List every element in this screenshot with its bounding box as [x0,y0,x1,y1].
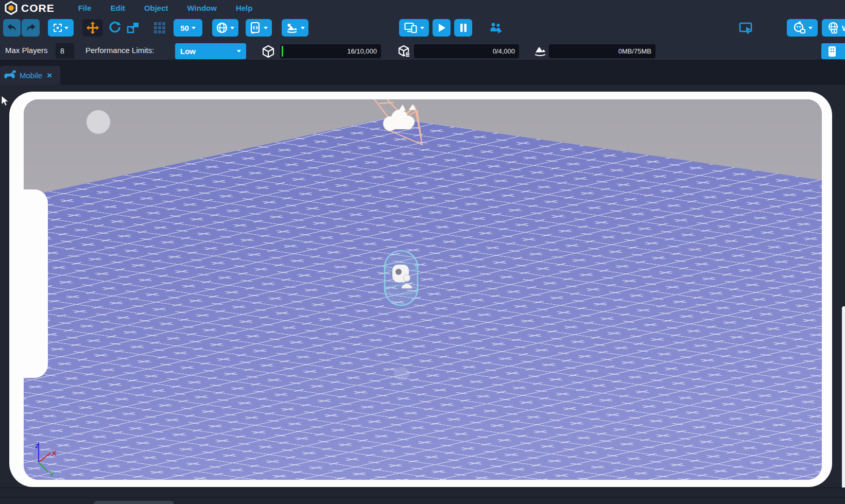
undo-icon [6,23,18,33]
viewport-tab-strip: Mobile × [0,60,845,85]
scene-gamepad-icon [4,71,16,81]
performance-limits-label: Performance Limits: [85,46,154,55]
pause-button[interactable] [454,19,472,37]
undo-button[interactable] [3,19,21,37]
mobile-device-frame: Z X Y [9,92,832,487]
device-notch [24,189,48,378]
chevron-down-icon [192,27,196,29]
networked-objects-meter: 0/4,000 [414,44,519,58]
rotate-tool-button[interactable] [107,19,123,37]
performance-bar: Max Players 8 Performance Limits: Low 16… [0,42,845,60]
chevron-down-icon [808,27,813,29]
scale-tool-button[interactable] [125,19,142,37]
publish-button-label: W [842,24,845,32]
terrain-memory-meter: 0MB/75MB [549,44,656,58]
move-tool-icon [86,21,99,34]
camera-punch-hole [87,110,110,134]
right-docked-panel-edge [842,306,845,504]
terrain-dropdown[interactable] [282,19,308,37]
grid-snap-icon [153,22,166,34]
publish-button[interactable]: W [822,19,845,37]
bottom-seam [0,497,845,498]
cutoff-side-button[interactable] [821,43,845,59]
core-logo[interactable]: CORE [4,1,55,15]
object-count-cube-icon [262,45,275,58]
object-count-meter-fill [282,46,283,57]
scene-render[interactable]: Z X Y [24,99,822,480]
max-players-label: Max Players [5,46,48,55]
device-icon [826,45,838,58]
terrain-memory-value: 0MB/75MB [618,47,651,55]
grid-snap-button[interactable] [152,19,167,37]
chevron-down-icon [420,27,424,29]
select-tool-dropdown[interactable] [48,19,74,37]
axis-z-label: Z [35,442,39,450]
player-spawn-capsule[interactable] [385,251,418,305]
play-icon [437,23,446,33]
device-preview-dropdown[interactable] [399,19,429,37]
pause-icon [459,23,468,33]
core-hexagon-icon [4,1,18,15]
bottom-panel-handle[interactable] [94,501,174,504]
axis-x-label: X [52,449,57,457]
rotate-tool-icon [108,21,122,34]
screen-share-icon [739,22,753,34]
max-players-input[interactable]: 8 [56,43,74,59]
script-icon [250,22,261,34]
menu-bar: CORE File Edit Object Window Help [0,0,845,16]
redo-icon [25,23,37,33]
object-count-meter: 16/10,000 [280,44,381,58]
chevron-down-icon [230,27,234,29]
main-toolbar: 50 [0,16,845,40]
chevron-down-icon [301,27,305,29]
bottom-strip [0,488,845,504]
redo-button[interactable] [22,19,40,37]
menu-file[interactable]: File [78,4,92,12]
move-tool-button[interactable] [82,19,103,37]
multiplayer-preview-icon [489,22,503,34]
ai-bot-icon [792,21,806,34]
globe-icon [216,22,228,33]
menu-window[interactable]: Window [187,4,217,12]
scale-tool-icon [127,22,140,34]
3d-viewport[interactable]: Z X Y [0,85,845,488]
select-tool-icon [54,24,62,32]
menu-help[interactable]: Help [236,4,253,12]
core-editor-window: CORE File Edit Object Window Help [0,0,845,504]
screen-share-button[interactable] [737,19,755,37]
max-players-value: 8 [60,47,64,55]
networked-objects-value: 0/4,000 [493,47,515,55]
object-count-value: 16/10,000 [347,47,377,55]
multiplayer-preview-button[interactable] [487,19,505,37]
mobile-screen-scene[interactable]: Z X Y [24,99,822,480]
publish-globe-icon [827,22,839,34]
device-preview-icon [404,22,418,33]
axis-y-label: Y [49,471,54,478]
tab-close-icon[interactable]: × [47,71,52,81]
performance-limits-select[interactable]: Low [175,43,246,59]
play-button[interactable] [433,19,451,37]
script-dropdown[interactable] [246,19,272,37]
chevron-down-icon [264,27,268,29]
chevron-down-icon [237,50,241,53]
mouse-cursor [1,95,9,108]
menu-object[interactable]: Object [144,4,168,12]
menu-edit[interactable]: Edit [111,4,125,12]
terrain-memory-icon [533,45,547,57]
performance-limits-value: Low [180,47,196,56]
snap-step-dropdown[interactable]: 50 [174,19,202,37]
snap-step-value: 50 [180,24,189,32]
tab-mobile[interactable]: Mobile × [0,66,60,85]
tab-mobile-label: Mobile [20,71,42,80]
world-space-dropdown[interactable] [212,19,238,37]
ghost-shadow [394,367,409,380]
chevron-down-icon [64,27,68,29]
networked-objects-icon [398,45,411,58]
ai-assistant-dropdown[interactable] [787,19,818,37]
logo-text: CORE [21,2,55,14]
terrain-icon [286,22,298,33]
